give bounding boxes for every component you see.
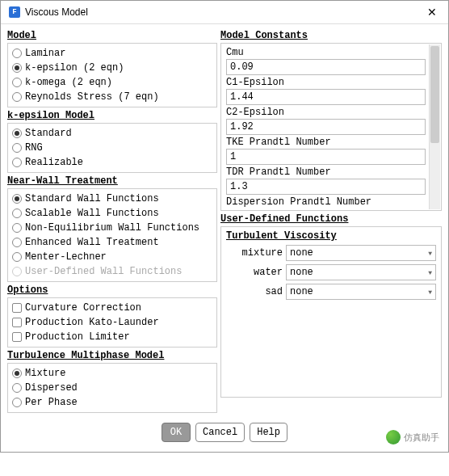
close-icon[interactable]: ✕ bbox=[424, 6, 440, 19]
radio-label: Reynolds Stress (7 eqn) bbox=[25, 91, 159, 103]
udf-value: none bbox=[290, 247, 313, 259]
udf-row: waternone▼ bbox=[226, 264, 436, 280]
udf-subtitle: Turbulent Viscosity bbox=[226, 230, 436, 242]
window-title: Viscous Model bbox=[25, 6, 88, 18]
radio-option[interactable]: Reynolds Stress (7 eqn) bbox=[12, 90, 212, 104]
radio-option: User-Defined Wall Functions bbox=[12, 264, 212, 279]
radio-icon bbox=[12, 63, 22, 73]
checkbox-icon bbox=[12, 332, 22, 342]
radio-option[interactable]: k-epsilon (2 eqn) bbox=[12, 61, 212, 75]
radio-icon bbox=[12, 158, 22, 167]
wechat-icon bbox=[386, 430, 401, 444]
chevron-down-icon: ▼ bbox=[428, 289, 432, 296]
radio-icon bbox=[12, 223, 22, 233]
radio-option[interactable]: RNG bbox=[12, 141, 212, 155]
constant-input[interactable] bbox=[226, 89, 426, 105]
udf-panel: Turbulent Viscosity mixturenone▼waternon… bbox=[220, 226, 442, 398]
radio-icon bbox=[12, 383, 22, 393]
checkbox-icon bbox=[12, 303, 22, 313]
radio-label: Standard bbox=[25, 127, 72, 140]
checkbox-option[interactable]: Production Kato-Launder bbox=[12, 315, 212, 330]
chevron-down-icon: ▼ bbox=[428, 269, 432, 276]
button-bar: OK Cancel Help bbox=[1, 415, 448, 452]
checkbox-label: Curvature Correction bbox=[25, 301, 141, 314]
section-title-keps: k-epsilon Model bbox=[7, 110, 217, 121]
constant-label-cutoff: Dispersion Prandtl Number bbox=[226, 196, 426, 208]
constant-label: TDR Prandtl Number bbox=[226, 166, 426, 178]
radio-label: Standard Wall Functions bbox=[25, 192, 159, 205]
radio-label: Mixture bbox=[25, 367, 65, 380]
ok-button[interactable]: OK bbox=[162, 423, 191, 442]
radio-option[interactable]: Per Phase bbox=[12, 395, 212, 410]
group-options: Curvature CorrectionProduction Kato-Laun… bbox=[7, 297, 217, 348]
constant-input[interactable] bbox=[226, 179, 426, 195]
radio-option[interactable]: Laminar bbox=[12, 46, 212, 61]
radio-option[interactable]: Menter-Lechner bbox=[12, 250, 212, 264]
checkbox-label: Production Kato-Launder bbox=[25, 316, 159, 329]
radio-icon bbox=[12, 267, 22, 276]
checkbox-option[interactable]: Curvature Correction bbox=[12, 301, 212, 315]
group-model: Laminark-epsilon (2 eqn)k-omega (2 eqn)R… bbox=[7, 43, 217, 107]
radio-option[interactable]: Standard bbox=[12, 126, 212, 141]
radio-label: Non-Equilibrium Wall Functions bbox=[25, 221, 199, 234]
radio-icon bbox=[12, 92, 22, 102]
radio-icon bbox=[12, 128, 22, 138]
radio-option[interactable]: Scalable Wall Functions bbox=[12, 206, 212, 221]
section-title-model: Model bbox=[7, 30, 217, 41]
constant-input[interactable] bbox=[226, 59, 426, 75]
radio-label: k-epsilon (2 eqn) bbox=[25, 61, 124, 74]
scrollbar-thumb[interactable] bbox=[430, 46, 439, 143]
cancel-button[interactable]: Cancel bbox=[195, 423, 245, 442]
radio-label: Realizable bbox=[25, 156, 83, 169]
checkbox-label: Production Limiter bbox=[25, 331, 130, 343]
udf-label: mixture bbox=[226, 247, 283, 259]
radio-label: Laminar bbox=[25, 47, 65, 60]
section-title-udf: User-Defined Functions bbox=[220, 213, 442, 225]
radio-icon bbox=[12, 238, 22, 247]
radio-icon bbox=[12, 78, 22, 87]
constant-label: TKE Prandtl Number bbox=[226, 137, 426, 148]
radio-option[interactable]: Mixture bbox=[12, 366, 212, 381]
radio-label: Scalable Wall Functions bbox=[25, 207, 159, 220]
app-icon: F bbox=[9, 6, 20, 18]
radio-icon bbox=[12, 369, 22, 378]
radio-icon bbox=[12, 252, 22, 262]
radio-label: Per Phase bbox=[25, 396, 78, 409]
radio-icon bbox=[12, 48, 22, 58]
radio-icon bbox=[12, 209, 22, 218]
chevron-down-icon: ▼ bbox=[428, 250, 432, 257]
radio-label: Enhanced Wall Treatment bbox=[25, 236, 159, 249]
radio-option[interactable]: Realizable bbox=[12, 155, 212, 170]
radio-option[interactable]: Enhanced Wall Treatment bbox=[12, 235, 212, 250]
group-keps: StandardRNGRealizable bbox=[7, 123, 217, 173]
scrollbar[interactable] bbox=[429, 44, 440, 209]
group-tmm: MixtureDispersedPer Phase bbox=[7, 363, 217, 413]
radio-option[interactable]: Standard Wall Functions bbox=[12, 192, 212, 206]
udf-dropdown[interactable]: none▼ bbox=[286, 284, 436, 300]
checkbox-option[interactable]: Production Limiter bbox=[12, 330, 212, 344]
radio-option[interactable]: k-omega (2 eqn) bbox=[12, 75, 212, 90]
udf-value: none bbox=[290, 267, 313, 278]
checkbox-icon bbox=[12, 318, 22, 327]
radio-label: Menter-Lechner bbox=[25, 251, 107, 263]
radio-label: RNG bbox=[25, 141, 43, 154]
viscous-model-dialog: F Viscous Model ✕ Model Laminark-epsilon… bbox=[0, 0, 449, 453]
help-button[interactable]: Help bbox=[250, 423, 287, 442]
constant-label: C1-Epsilon bbox=[226, 77, 426, 88]
group-nwt: Standard Wall FunctionsScalable Wall Fun… bbox=[7, 188, 217, 282]
constant-input[interactable] bbox=[226, 119, 426, 135]
udf-row: mixturenone▼ bbox=[226, 245, 436, 261]
constant-label: Cmu bbox=[226, 47, 426, 58]
udf-dropdown[interactable]: none▼ bbox=[286, 245, 436, 261]
constants-panel: CmuC1-EpsilonC2-EpsilonTKE Prandtl Numbe… bbox=[220, 43, 442, 211]
section-title-tmm: Turbulence Multiphase Model bbox=[7, 350, 217, 361]
radio-option[interactable]: Dispersed bbox=[12, 381, 212, 395]
constant-label: C2-Epsilon bbox=[226, 107, 426, 118]
radio-label: Dispersed bbox=[25, 381, 78, 394]
udf-dropdown[interactable]: none▼ bbox=[286, 264, 436, 280]
radio-icon bbox=[12, 194, 22, 204]
constant-input[interactable] bbox=[226, 149, 426, 165]
section-title-nwt: Near-Wall Treatment bbox=[7, 175, 217, 187]
radio-option[interactable]: Non-Equilibrium Wall Functions bbox=[12, 221, 212, 235]
radio-label: k-omega (2 eqn) bbox=[25, 76, 112, 89]
